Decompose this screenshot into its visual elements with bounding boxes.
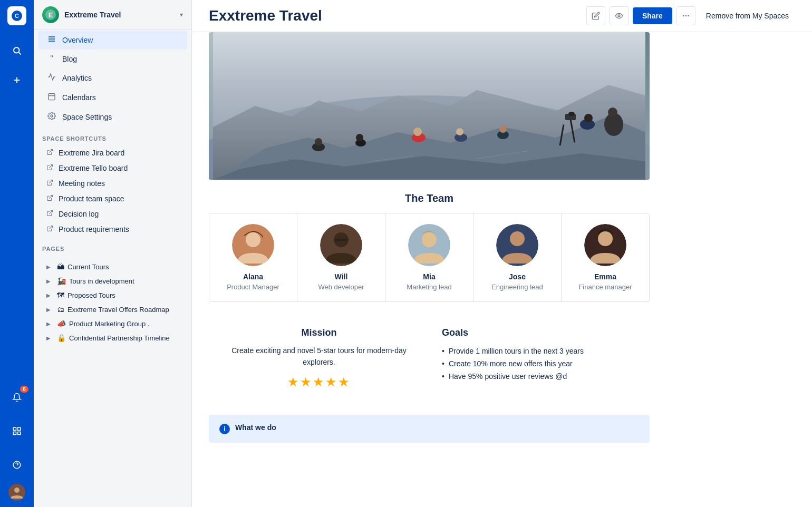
remove-from-spaces-button[interactable]: Remove from My Spaces xyxy=(700,7,795,24)
shortcut-jira[interactable]: Exxtreme Jira board xyxy=(38,145,187,160)
external-link-icon-4 xyxy=(46,194,53,203)
shortcut-decision-log[interactable]: Decision log xyxy=(38,207,187,221)
mission-section: Mission Create exciting and novel 5-star… xyxy=(209,315,429,402)
svg-point-31 xyxy=(683,15,684,17)
share-button[interactable]: Share xyxy=(633,7,672,24)
team-card-alana: Alana Product Manager xyxy=(209,213,297,301)
team-section: The Team Alana Product Manager xyxy=(209,192,650,302)
external-link-icon-5 xyxy=(46,210,53,218)
notifications-icon[interactable]: 6 xyxy=(7,388,26,407)
shortcut-product-requirements[interactable]: Product requirements xyxy=(38,222,187,237)
team-name-will: Will xyxy=(304,272,379,281)
avatar-will xyxy=(320,224,362,266)
goal-text-3: Have 95% positive user reviews @d xyxy=(449,372,567,381)
svg-rect-6 xyxy=(13,427,16,430)
page-chevron-icon-4: ▶ xyxy=(46,307,54,313)
svg-text:E: E xyxy=(49,11,53,19)
shortcut-decision-log-label: Decision log xyxy=(59,210,99,218)
more-actions-button[interactable] xyxy=(676,6,695,25)
team-name-alana: Alana xyxy=(216,272,291,281)
shortcuts-list: Exxtreme Jira board Exxtreme Tello board… xyxy=(34,145,191,237)
page-emoji-proposed: 🗺 xyxy=(57,291,64,299)
sidebar-item-blog[interactable]: " Blog xyxy=(38,50,187,68)
page-chevron-icon: ▶ xyxy=(46,264,54,270)
sidebar-nav: Overview " Blog Analytics Calendars xyxy=(34,30,191,127)
avatar-emma xyxy=(584,224,626,266)
page-item-current-tours[interactable]: ▶ 🏔 Current Tours xyxy=(38,260,187,274)
info-icon: i xyxy=(219,424,230,434)
sidebar-item-overview[interactable]: Overview xyxy=(38,31,187,50)
avatar-jose xyxy=(496,224,538,266)
help-icon[interactable] xyxy=(7,455,26,474)
avatar-mia xyxy=(408,224,450,266)
svg-rect-65 xyxy=(335,239,347,241)
team-card-will: Will Web developer xyxy=(297,213,385,301)
search-icon[interactable] xyxy=(7,41,26,60)
shortcuts-title: SPACE SHORTCUTS xyxy=(34,127,191,145)
info-box: i What we do xyxy=(209,415,650,443)
shortcut-tello-label: Exxtreme Tello board xyxy=(59,164,128,172)
shortcut-meeting-notes[interactable]: Meeting notes xyxy=(38,176,187,191)
shortcut-product-team[interactable]: Product team space xyxy=(38,191,187,206)
page-item-marketing[interactable]: ▶ 📣 Product Marketing Group . xyxy=(38,317,187,330)
main-content: Exxtreme Travel Share Remove from My Spa… xyxy=(192,0,812,507)
page-chevron-icon-5: ▶ xyxy=(46,321,54,327)
page-label-tours-development: Tours in development xyxy=(69,277,134,285)
page-chevron-icon-3: ▶ xyxy=(46,292,54,298)
grid-icon[interactable] xyxy=(7,422,26,441)
shortcut-tello[interactable]: Exxtreme Tello board xyxy=(38,161,187,175)
avatar-alana xyxy=(232,224,274,266)
create-icon[interactable] xyxy=(7,71,26,90)
svg-point-47 xyxy=(456,128,463,135)
page-item-proposed-tours[interactable]: ▶ 🗺 Proposed Tours xyxy=(38,288,187,302)
svg-point-57 xyxy=(608,108,617,117)
page-chevron-icon-2: ▶ xyxy=(46,278,54,284)
team-card-jose: Jose Engineering lead xyxy=(473,213,562,301)
svg-text:C: C xyxy=(15,13,19,19)
goals-section: Goals Provide 1 million tours in the nex… xyxy=(429,315,650,402)
space-title: Exxtreme Travel xyxy=(64,11,175,19)
chevron-down-icon[interactable]: ▾ xyxy=(180,11,183,18)
sidebar-item-analytics[interactable]: Analytics xyxy=(38,69,187,87)
team-role-will: Web developer xyxy=(304,283,379,291)
page-title: Exxtreme Travel xyxy=(209,7,580,24)
goals-list: Provide 1 million tours in the next 3 ye… xyxy=(442,345,637,383)
svg-point-49 xyxy=(499,125,507,133)
team-name-jose: Jose xyxy=(480,272,555,281)
page-label-confidential: Confidential Partnership Timeline xyxy=(69,334,170,342)
team-name-emma: Emma xyxy=(568,272,643,281)
sidebar-item-settings[interactable]: Space Settings xyxy=(38,108,187,126)
sidebar: E Exxtreme Travel ▾ Overview " Blog An xyxy=(34,0,192,507)
page-item-confidential[interactable]: ▶ 🔒 Confidential Partnership Timeline xyxy=(38,331,187,345)
goal-item-2: Create 10% more new offers this year xyxy=(442,357,637,370)
svg-point-43 xyxy=(356,134,363,141)
team-title: The Team xyxy=(209,192,650,204)
svg-rect-9 xyxy=(18,432,21,435)
sidebar-item-calendars[interactable]: Calendars xyxy=(38,88,187,107)
svg-point-53 xyxy=(568,112,575,116)
goal-text-1: Provide 1 million tours in the next 3 ye… xyxy=(449,347,584,355)
mission-text: Create exciting and novel 5-star tours f… xyxy=(221,345,417,368)
svg-line-24 xyxy=(49,150,52,153)
external-link-icon-2 xyxy=(46,164,53,172)
goal-item-1: Provide 1 million tours in the next 3 ye… xyxy=(442,345,637,357)
team-grid: Alana Product Manager Will Web developer xyxy=(209,213,650,302)
svg-point-62 xyxy=(246,232,260,247)
svg-point-2 xyxy=(14,47,20,53)
user-avatar[interactable] xyxy=(8,484,25,501)
page-item-roadmap[interactable]: ▶ 🗂 Exxtreme Travel Offers Roadmap xyxy=(38,303,187,316)
info-content: What we do xyxy=(235,423,276,434)
app-logo[interactable]: C xyxy=(7,6,26,25)
page-item-tours-development[interactable]: ▶ 🚂 Tours in development xyxy=(38,274,187,288)
info-title: What we do xyxy=(235,423,276,432)
watch-button[interactable] xyxy=(610,6,629,25)
svg-rect-7 xyxy=(18,427,21,430)
svg-line-3 xyxy=(18,52,21,54)
sidebar-header: E Exxtreme Travel ▾ xyxy=(34,0,191,30)
space-icon: E xyxy=(42,6,59,23)
team-card-mia: Mia Marketing lead xyxy=(385,213,473,301)
sidebar-item-label-blog: Blog xyxy=(62,55,77,63)
edit-button[interactable] xyxy=(586,6,605,25)
sidebar-item-label-settings: Space Settings xyxy=(62,113,112,121)
page-label-marketing: Product Marketing Group . xyxy=(69,320,149,328)
